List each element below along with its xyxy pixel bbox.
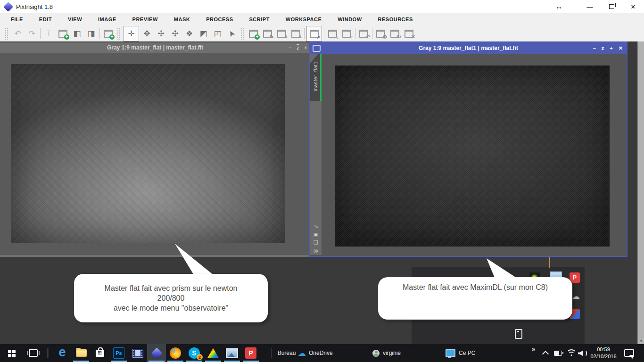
window-maximize-button[interactable]: + bbox=[305, 45, 307, 50]
process-reset-icon[interactable]: ↻ bbox=[388, 27, 401, 40]
menu-resources[interactable]: RESOURCES bbox=[370, 13, 421, 25]
this-pc-item[interactable]: Ce PC bbox=[446, 344, 475, 362]
center-image-icon[interactable]: ❖ bbox=[183, 27, 196, 40]
workspace: P Gray 1:9 master_flat | master_flat.fit… bbox=[0, 41, 644, 344]
taskbar-store[interactable] bbox=[91, 344, 109, 362]
taskbar-edge[interactable]: e bbox=[53, 344, 72, 362]
menu-process[interactable]: PROCESS bbox=[198, 13, 241, 25]
view-selector-tab[interactable]: master_flat1 bbox=[310, 54, 322, 101]
process-new-instance-icon[interactable]: + bbox=[247, 27, 260, 40]
workspace-scrollbar[interactable]: ▾ bbox=[637, 41, 644, 344]
window-minimize-button[interactable]: – bbox=[289, 45, 291, 50]
restore-button[interactable] bbox=[601, 0, 622, 13]
taskbar-photos[interactable] bbox=[223, 344, 241, 362]
process-history-icon[interactable]: ↶ bbox=[357, 27, 370, 40]
wifi-icon[interactable] bbox=[567, 349, 576, 356]
menu-file[interactable]: FILE bbox=[3, 13, 31, 25]
taskbar-file-explorer[interactable] bbox=[72, 344, 91, 362]
process-explorer-icon[interactable]: ⌕ bbox=[306, 26, 322, 41]
process-clone-icon[interactable]: + bbox=[275, 27, 288, 40]
toolbar-separator bbox=[355, 28, 356, 39]
select-mode-icon[interactable]: ➤ bbox=[225, 27, 238, 40]
undo-icon[interactable]: ↶ bbox=[11, 27, 24, 40]
load-process-icon[interactable]: ↓ bbox=[326, 27, 339, 40]
menu-mask[interactable]: MASK bbox=[166, 13, 198, 25]
volume-icon[interactable] bbox=[578, 350, 587, 357]
tray-expand-button[interactable] bbox=[542, 351, 549, 357]
task-view-icon bbox=[29, 349, 38, 357]
menu-window[interactable]: WINDOW bbox=[330, 13, 370, 25]
readout-target-icon[interactable]: ◎ bbox=[314, 248, 318, 253]
pixinsight-logo-icon bbox=[3, 1, 13, 11]
duplicate-image-left-icon[interactable]: ◧ bbox=[71, 27, 83, 40]
scrollbar-arrow-icon[interactable]: ▾ bbox=[638, 338, 644, 343]
edit-preview-mode-icon[interactable]: ◰ bbox=[211, 27, 224, 40]
notification-center-icon[interactable] bbox=[624, 349, 634, 357]
annotation-callout-left: Master flat fait avec prism sur le newto… bbox=[74, 274, 268, 322]
process-settings-icon[interactable]: ⚙ bbox=[374, 27, 387, 40]
readout-mode-icon[interactable]: ✛ bbox=[124, 26, 139, 41]
duplicate-image-right-icon[interactable]: ◨ bbox=[85, 27, 98, 40]
taskbar-photoshop[interactable]: Ps bbox=[109, 344, 128, 362]
window-sidebar: master_flat1 ↘▣❏◎ bbox=[310, 54, 322, 255]
app-title: PixInsight 1.8 bbox=[16, 3, 53, 10]
redo-icon[interactable]: ↷ bbox=[25, 27, 38, 40]
menu-view[interactable]: VIEW bbox=[60, 13, 90, 25]
toolbar-drag-handle bbox=[240, 27, 245, 40]
bureau-toolbar-label[interactable]: Bureau bbox=[275, 344, 298, 362]
image-window-master-flat1[interactable]: Gray 1:9 master_flat1 | master_flat.fit … bbox=[309, 41, 627, 257]
windows-logo-icon bbox=[8, 350, 11, 353]
toolbar-separator bbox=[99, 28, 100, 39]
new-preview-mode-icon[interactable]: ◩ bbox=[197, 27, 210, 40]
fit-window-icon[interactable]: ▣ bbox=[314, 232, 318, 237]
window-shade-button[interactable]: z bbox=[602, 45, 604, 51]
save-process-icon[interactable]: ↑ bbox=[340, 27, 353, 40]
start-button[interactable] bbox=[0, 344, 23, 362]
onedrive-item[interactable]: ☁ OneDrive bbox=[296, 344, 335, 362]
new-image-icon[interactable]: + bbox=[57, 27, 69, 40]
restore-icon bbox=[609, 4, 614, 9]
user-folder-item[interactable]: virginie bbox=[372, 344, 401, 362]
menu-workspace[interactable]: WORKSPACE bbox=[278, 13, 330, 25]
toolbar-overflow-button[interactable]: » bbox=[532, 346, 535, 353]
usb-drive-icon[interactable] bbox=[515, 329, 522, 339]
menu-edit[interactable]: EDIT bbox=[31, 13, 60, 25]
window-titlebar-active[interactable]: Gray 1:9 master_flat1 | master_flat.fit … bbox=[310, 42, 627, 54]
new-preview-icon[interactable]: + bbox=[102, 27, 115, 40]
minimize-button[interactable]: — bbox=[579, 0, 601, 13]
window-shade-button[interactable]: z bbox=[297, 45, 299, 50]
zoom-in-mode-icon[interactable]: ✥ bbox=[140, 27, 153, 40]
zoom-out-mode-icon[interactable]: ✢ bbox=[155, 27, 167, 40]
taskbar-video-editor[interactable] bbox=[128, 344, 147, 362]
duplicate-view-icon[interactable]: ❏ bbox=[314, 240, 318, 245]
window-close-button[interactable]: ✕ bbox=[619, 45, 623, 51]
taskbar-skype[interactable]: S 2 bbox=[185, 344, 204, 362]
master-flat-image-canvas[interactable] bbox=[11, 64, 285, 243]
taskbar-photo-app[interactable]: P bbox=[241, 344, 260, 362]
window-maximize-button[interactable]: + bbox=[610, 45, 612, 51]
image-window-master-flat[interactable]: Gray 1:9 master_flat | master_flat.fit –… bbox=[0, 42, 310, 298]
taskbar-clock[interactable]: 00:59 02/10/2016 bbox=[587, 346, 619, 360]
battery-icon[interactable] bbox=[554, 351, 562, 356]
menu-preview[interactable]: PREVIEW bbox=[124, 13, 166, 25]
window-body bbox=[0, 53, 310, 257]
pan-view-icon[interactable]: ↘ bbox=[314, 224, 318, 229]
photo-app-icon[interactable]: P bbox=[570, 272, 580, 283]
taskbar-pixinsight[interactable] bbox=[147, 344, 166, 362]
window-titlebar[interactable]: Gray 1:9 master_flat | master_flat.fit –… bbox=[0, 42, 310, 53]
process-close-icon[interactable]: ✕ bbox=[403, 27, 415, 40]
window-minimize-button[interactable]: – bbox=[593, 45, 596, 51]
edit-identifier-icon[interactable]: ⌶ bbox=[42, 27, 55, 40]
taskbar: e Ps bbox=[0, 344, 644, 362]
taskbar-firefox[interactable] bbox=[166, 344, 185, 362]
process-edit-instance-icon[interactable]: ✎ bbox=[261, 27, 274, 40]
menu-image[interactable]: IMAGE bbox=[90, 13, 124, 25]
taskbar-apps: e Ps bbox=[53, 344, 260, 362]
pan-mode-icon[interactable]: ✣ bbox=[169, 27, 182, 40]
close-button[interactable]: ✕ bbox=[622, 0, 644, 13]
task-view-button[interactable] bbox=[23, 344, 43, 362]
master-flat1-image-canvas[interactable] bbox=[335, 66, 610, 247]
taskbar-prism[interactable] bbox=[204, 344, 223, 362]
process-add-icon[interactable]: + bbox=[289, 27, 302, 40]
menu-script[interactable]: SCRIPT bbox=[241, 13, 278, 25]
